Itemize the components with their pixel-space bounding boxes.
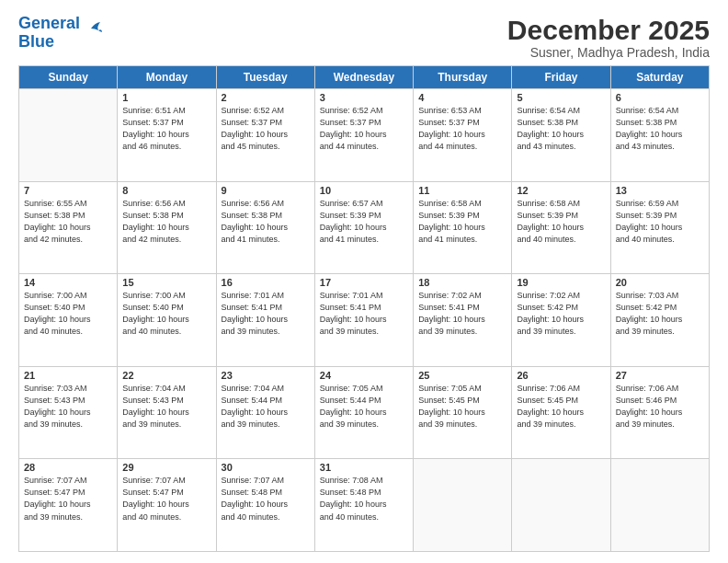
day-info: Sunrise: 6:55 AM Sunset: 5:38 PM Dayligh… [24,198,112,246]
day-info: Sunrise: 6:56 AM Sunset: 5:38 PM Dayligh… [222,198,310,246]
day-cell: 28Sunrise: 7:07 AM Sunset: 5:47 PM Dayli… [19,459,118,552]
logo-blue: Blue [18,32,54,51]
day-cell: 6Sunrise: 6:54 AM Sunset: 5:38 PM Daylig… [610,89,709,182]
day-info: Sunrise: 6:59 AM Sunset: 5:39 PM Dayligh… [616,198,704,246]
day-number: 22 [122,370,210,381]
day-info: Sunrise: 6:58 AM Sunset: 5:39 PM Dayligh… [418,198,506,246]
day-cell: 10Sunrise: 6:57 AM Sunset: 5:39 PM Dayli… [314,181,413,274]
day-info: Sunrise: 7:01 AM Sunset: 5:41 PM Dayligh… [222,290,310,338]
day-number: 7 [24,185,112,196]
col-header-saturday: Saturday [610,66,709,89]
col-header-friday: Friday [512,66,610,89]
day-cell: 24Sunrise: 7:05 AM Sunset: 5:44 PM Dayli… [314,366,413,459]
day-info: Sunrise: 6:52 AM Sunset: 5:37 PM Dayligh… [222,105,310,153]
day-info: Sunrise: 7:04 AM Sunset: 5:43 PM Dayligh… [122,383,210,431]
day-cell: 19Sunrise: 7:02 AM Sunset: 5:42 PM Dayli… [512,274,610,367]
day-info: Sunrise: 7:02 AM Sunset: 5:41 PM Dayligh… [418,290,506,338]
day-number: 10 [320,185,408,196]
day-cell: 3Sunrise: 6:52 AM Sunset: 5:37 PM Daylig… [314,89,413,182]
col-header-thursday: Thursday [414,66,512,89]
day-info: Sunrise: 7:03 AM Sunset: 5:43 PM Dayligh… [24,383,112,431]
col-header-tuesday: Tuesday [216,66,314,89]
calendar-header-row: SundayMondayTuesdayWednesdayThursdayFrid… [19,66,710,89]
day-info: Sunrise: 7:07 AM Sunset: 5:48 PM Dayligh… [222,475,310,523]
day-number: 17 [320,277,408,288]
day-cell: 23Sunrise: 7:04 AM Sunset: 5:44 PM Dayli… [216,366,314,459]
day-cell: 15Sunrise: 7:00 AM Sunset: 5:40 PM Dayli… [118,274,216,367]
day-info: Sunrise: 6:51 AM Sunset: 5:37 PM Dayligh… [122,105,210,153]
day-info: Sunrise: 7:08 AM Sunset: 5:48 PM Dayligh… [320,475,408,523]
title-block: December 2025 Susner, Madhya Pradesh, In… [507,15,710,60]
day-info: Sunrise: 6:52 AM Sunset: 5:37 PM Dayligh… [320,105,408,153]
logo-general: General [18,14,80,32]
day-cell: 2Sunrise: 6:52 AM Sunset: 5:37 PM Daylig… [216,89,314,182]
day-cell: 25Sunrise: 7:05 AM Sunset: 5:45 PM Dayli… [414,366,512,459]
day-number: 4 [418,92,506,103]
day-number: 3 [320,92,408,103]
day-info: Sunrise: 6:53 AM Sunset: 5:37 PM Dayligh… [418,105,506,153]
day-cell [19,89,118,182]
day-cell [610,459,709,552]
day-number: 27 [616,370,704,381]
day-info: Sunrise: 7:01 AM Sunset: 5:41 PM Dayligh… [320,290,408,338]
page-subtitle: Susner, Madhya Pradesh, India [507,45,710,60]
day-cell: 27Sunrise: 7:06 AM Sunset: 5:46 PM Dayli… [610,366,709,459]
day-number: 12 [517,185,605,196]
day-number: 14 [24,277,112,288]
day-number: 21 [24,370,112,381]
day-info: Sunrise: 7:03 AM Sunset: 5:42 PM Dayligh… [616,290,704,338]
day-number: 25 [418,370,506,381]
day-cell: 11Sunrise: 6:58 AM Sunset: 5:39 PM Dayli… [414,181,512,274]
day-number: 24 [320,370,408,381]
day-number: 31 [320,462,408,473]
day-info: Sunrise: 6:57 AM Sunset: 5:39 PM Dayligh… [320,198,408,246]
logo-text: General Blue [18,15,80,52]
day-cell: 20Sunrise: 7:03 AM Sunset: 5:42 PM Dayli… [610,274,709,367]
col-header-sunday: Sunday [19,66,118,89]
day-cell: 1Sunrise: 6:51 AM Sunset: 5:37 PM Daylig… [118,89,216,182]
day-number: 13 [616,185,704,196]
day-number: 1 [122,92,210,103]
day-cell: 30Sunrise: 7:07 AM Sunset: 5:48 PM Dayli… [216,459,314,552]
day-number: 30 [222,462,310,473]
day-cell: 29Sunrise: 7:07 AM Sunset: 5:47 PM Dayli… [118,459,216,552]
day-cell: 4Sunrise: 6:53 AM Sunset: 5:37 PM Daylig… [414,89,512,182]
calendar-table: SundayMondayTuesdayWednesdayThursdayFrid… [18,65,710,552]
day-number: 6 [616,92,704,103]
day-cell: 18Sunrise: 7:02 AM Sunset: 5:41 PM Dayli… [414,274,512,367]
day-info: Sunrise: 7:06 AM Sunset: 5:45 PM Dayligh… [517,383,605,431]
day-number: 23 [222,370,310,381]
header: General Blue December 2025 Susner, Madhy… [18,15,710,60]
day-number: 15 [122,277,210,288]
day-cell: 26Sunrise: 7:06 AM Sunset: 5:45 PM Dayli… [512,366,610,459]
day-cell: 16Sunrise: 7:01 AM Sunset: 5:41 PM Dayli… [216,274,314,367]
week-row-0: 1Sunrise: 6:51 AM Sunset: 5:37 PM Daylig… [19,89,710,182]
day-info: Sunrise: 6:54 AM Sunset: 5:38 PM Dayligh… [616,105,704,153]
col-header-monday: Monday [118,66,216,89]
day-cell: 13Sunrise: 6:59 AM Sunset: 5:39 PM Dayli… [610,181,709,274]
day-info: Sunrise: 6:56 AM Sunset: 5:38 PM Dayligh… [122,198,210,246]
day-number: 2 [222,92,310,103]
day-number: 29 [122,462,210,473]
day-cell: 12Sunrise: 6:58 AM Sunset: 5:39 PM Dayli… [512,181,610,274]
page-title: December 2025 [507,15,710,45]
day-number: 5 [517,92,605,103]
day-info: Sunrise: 7:00 AM Sunset: 5:40 PM Dayligh… [122,290,210,338]
col-header-wednesday: Wednesday [314,66,413,89]
day-number: 18 [418,277,506,288]
week-row-3: 21Sunrise: 7:03 AM Sunset: 5:43 PM Dayli… [19,366,710,459]
day-info: Sunrise: 6:58 AM Sunset: 5:39 PM Dayligh… [517,198,605,246]
day-info: Sunrise: 7:05 AM Sunset: 5:45 PM Dayligh… [418,383,506,431]
week-row-1: 7Sunrise: 6:55 AM Sunset: 5:38 PM Daylig… [19,181,710,274]
day-number: 20 [616,277,704,288]
week-row-2: 14Sunrise: 7:00 AM Sunset: 5:40 PM Dayli… [19,274,710,367]
day-number: 11 [418,185,506,196]
day-cell: 31Sunrise: 7:08 AM Sunset: 5:48 PM Dayli… [314,459,413,552]
day-info: Sunrise: 7:00 AM Sunset: 5:40 PM Dayligh… [24,290,112,338]
day-cell: 7Sunrise: 6:55 AM Sunset: 5:38 PM Daylig… [19,181,118,274]
day-number: 19 [517,277,605,288]
day-info: Sunrise: 6:54 AM Sunset: 5:38 PM Dayligh… [517,105,605,153]
day-cell: 22Sunrise: 7:04 AM Sunset: 5:43 PM Dayli… [118,366,216,459]
day-cell: 8Sunrise: 6:56 AM Sunset: 5:38 PM Daylig… [118,181,216,274]
week-row-4: 28Sunrise: 7:07 AM Sunset: 5:47 PM Dayli… [19,459,710,552]
